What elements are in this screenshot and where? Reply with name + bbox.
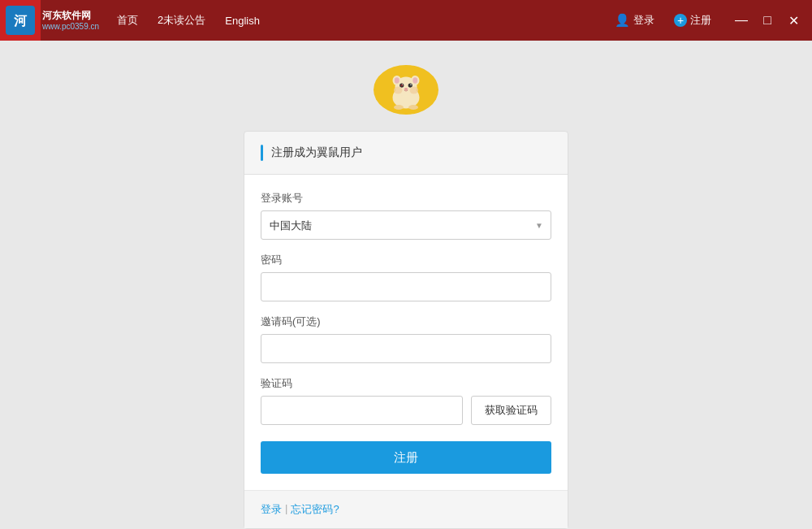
svg-point-17: [408, 105, 418, 110]
form-card-title: 注册成为翼鼠用户: [271, 145, 362, 160]
logo-url-text: www.pc0359.cn: [42, 22, 99, 31]
login-button[interactable]: 👤 登录: [607, 10, 663, 31]
user-icon: 👤: [615, 13, 630, 28]
captcha-row: 获取验证码: [261, 396, 551, 425]
logo-cn-text: 河东软件网: [42, 10, 99, 21]
svg-text:河: 河: [14, 14, 28, 28]
account-select[interactable]: 中国大陆 香港 台湾 其他: [261, 210, 551, 240]
logo-icon: 河: [6, 6, 35, 35]
plus-icon: +: [674, 14, 687, 27]
svg-point-15: [410, 86, 419, 93]
form-body: 登录账号 中国大陆 香港 台湾 其他 ▼ 密码 邀请码(可选): [244, 175, 568, 490]
header-bar: [261, 145, 263, 161]
svg-point-14: [394, 86, 403, 93]
form-footer: 登录 | 忘记密码?: [244, 490, 568, 528]
nav-announcement[interactable]: 2未读公告: [148, 0, 215, 41]
form-card-header: 注册成为翼鼠用户: [244, 132, 568, 175]
password-input[interactable]: [261, 272, 551, 301]
nav-announcement-label: 2未读公告: [158, 13, 205, 28]
get-captcha-button[interactable]: 获取验证码: [471, 396, 551, 425]
register-top-label: 注册: [690, 13, 711, 28]
account-select-wrapper: 中国大陆 香港 台湾 其他 ▼: [261, 210, 551, 240]
nav-home-label: 首页: [117, 13, 138, 28]
svg-point-12: [400, 84, 403, 86]
minimize-icon: —: [735, 13, 748, 28]
nav-language-label: English: [225, 15, 260, 27]
account-field-group: 登录账号 中国大陆 香港 台湾 其他 ▼: [261, 191, 551, 240]
register-top-button[interactable]: + 注册: [666, 10, 719, 31]
maximize-icon: □: [763, 13, 771, 28]
app-logo: 河: [0, 0, 41, 41]
register-form-card: 注册成为翼鼠用户 登录账号 中国大陆 香港 台湾 其他 ▼ 密码: [244, 131, 568, 529]
close-icon: ✕: [788, 13, 799, 28]
avatar: [374, 65, 438, 115]
forgot-password-link[interactable]: 忘记密码?: [291, 502, 339, 517]
account-label: 登录账号: [261, 191, 551, 206]
top-nav: 首页 2未读公告 English: [107, 0, 270, 41]
svg-point-6: [395, 77, 400, 84]
logo-text: 河东软件网 www.pc0359.cn: [42, 10, 99, 30]
maximize-button[interactable]: □: [755, 8, 780, 33]
login-label: 登录: [633, 13, 654, 28]
window-controls: — □ ✕: [729, 8, 806, 33]
captcha-label: 验证码: [261, 376, 551, 391]
close-button[interactable]: ✕: [781, 8, 806, 33]
nav-home[interactable]: 首页: [107, 0, 148, 41]
captcha-input[interactable]: [261, 396, 463, 425]
login-link[interactable]: 登录: [261, 502, 282, 517]
invite-label: 邀请码(可选): [261, 314, 551, 329]
register-submit-button[interactable]: 注册: [261, 441, 551, 474]
svg-point-11: [410, 84, 412, 85]
svg-point-13: [404, 88, 408, 90]
svg-point-9: [408, 83, 412, 87]
main-content: 注册成为翼鼠用户 登录账号 中国大陆 香港 台湾 其他 ▼ 密码: [0, 41, 812, 529]
nav-language[interactable]: English: [215, 0, 270, 41]
captcha-field-group: 验证码 获取验证码: [261, 376, 551, 425]
hamster-icon: [382, 66, 430, 115]
invite-input[interactable]: [261, 334, 551, 363]
svg-point-16: [394, 105, 404, 110]
svg-point-7: [412, 77, 417, 84]
password-label: 密码: [261, 253, 551, 267]
invite-field-group: 邀请码(可选): [261, 314, 551, 363]
footer-separator: |: [285, 502, 287, 517]
password-field-group: 密码: [261, 253, 551, 301]
minimize-button[interactable]: —: [729, 8, 754, 33]
titlebar-right: 👤 登录 + 注册 — □ ✕: [607, 8, 812, 33]
titlebar: 河 河东软件网 www.pc0359.cn 首页 2未读公告 English 👤…: [0, 0, 812, 41]
